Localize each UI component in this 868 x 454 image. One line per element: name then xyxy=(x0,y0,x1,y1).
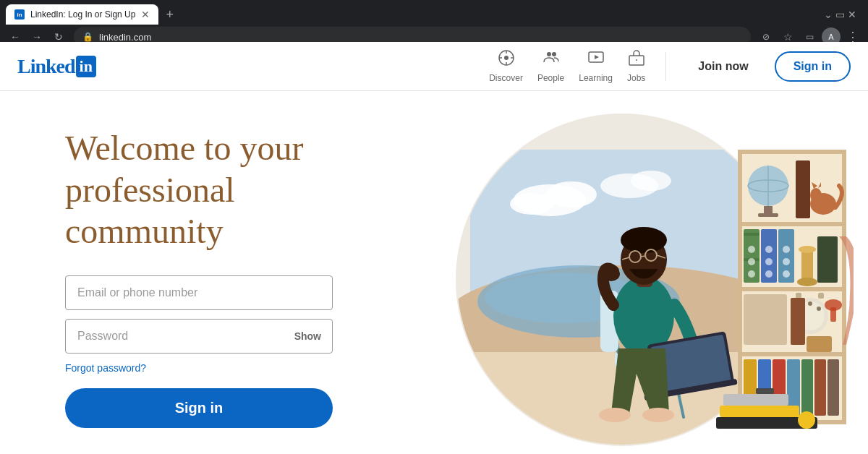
svg-point-76 xyxy=(783,246,790,253)
learning-icon xyxy=(587,49,605,70)
active-tab[interactable]: in LinkedIn: Log In or Sign Up ✕ xyxy=(6,4,158,25)
people-icon xyxy=(542,49,560,70)
nav-item-discover[interactable]: Discover xyxy=(489,49,523,83)
svg-point-1 xyxy=(504,56,509,60)
svg-rect-66 xyxy=(744,233,760,236)
svg-point-70 xyxy=(748,270,755,278)
page-content: Linkedin Discover People xyxy=(0,42,868,454)
svg-point-105 xyxy=(798,411,815,429)
nav-item-jobs[interactable]: Jobs xyxy=(627,49,645,83)
browser-chrome: in LinkedIn: Log In or Sign Up ✕ + ⌄ ▭ ✕… xyxy=(0,0,868,42)
svg-point-6 xyxy=(547,52,551,56)
svg-point-40 xyxy=(603,267,620,281)
tab-title: LinkedIn: Log In or Sign Up xyxy=(30,9,135,20)
lock-icon: 🔒 xyxy=(82,32,93,42)
svg-point-7 xyxy=(552,52,556,56)
svg-point-80 xyxy=(799,246,816,253)
svg-point-69 xyxy=(748,258,755,265)
svg-marker-9 xyxy=(595,55,599,59)
url-text: linkedin.com xyxy=(99,32,151,43)
svg-point-78 xyxy=(783,270,790,278)
welcome-title: Welcome to your professional community xyxy=(65,127,333,252)
svg-rect-101 xyxy=(827,359,839,416)
hero-illustration xyxy=(405,92,854,453)
svg-rect-51 xyxy=(738,352,846,356)
svg-rect-100 xyxy=(814,359,826,416)
svg-rect-99 xyxy=(801,359,813,416)
svg-rect-91 xyxy=(791,298,805,345)
email-input[interactable] xyxy=(65,275,333,310)
nav-item-learning[interactable]: Learning xyxy=(579,49,613,83)
jobs-label: Jobs xyxy=(627,73,645,83)
discover-icon xyxy=(498,49,515,70)
tab-bar: in LinkedIn: Log In or Sign Up ✕ + ⌄ ▭ ✕ xyxy=(0,0,868,25)
nav-divider xyxy=(665,52,666,81)
svg-point-74 xyxy=(765,270,773,278)
svg-point-68 xyxy=(748,246,755,253)
login-section: Welcome to your professional community S… xyxy=(0,91,391,454)
svg-rect-94 xyxy=(830,307,836,322)
logo-in-box: in xyxy=(76,56,96,77)
close-tab-button[interactable]: ✕ xyxy=(848,9,856,20)
site-header: Linkedin Discover People xyxy=(0,42,868,91)
minimize-tab-button[interactable]: ⌄ xyxy=(824,9,833,20)
svg-point-89 xyxy=(808,301,812,306)
svg-point-73 xyxy=(765,258,773,265)
svg-rect-60 xyxy=(796,160,810,218)
illustration-section xyxy=(391,91,868,454)
svg-point-45 xyxy=(599,408,631,422)
svg-rect-79 xyxy=(801,249,813,282)
svg-point-62 xyxy=(810,188,822,202)
linkedin-logo[interactable]: Linkedin xyxy=(17,55,96,78)
main-content: Welcome to your professional community S… xyxy=(0,91,868,454)
svg-rect-86 xyxy=(796,293,801,299)
svg-point-81 xyxy=(797,278,817,286)
svg-point-46 xyxy=(642,408,674,422)
svg-point-34 xyxy=(621,227,667,253)
show-password-button[interactable]: Show xyxy=(294,330,321,342)
svg-rect-106 xyxy=(756,388,774,394)
email-form-group xyxy=(65,275,333,310)
learning-label: Learning xyxy=(579,73,613,83)
svg-point-16 xyxy=(546,181,597,207)
tab-close-button[interactable]: ✕ xyxy=(141,9,150,20)
svg-rect-50 xyxy=(738,287,846,291)
password-form-group: Show xyxy=(65,319,333,354)
header-signin-button[interactable]: Sign in xyxy=(775,51,851,82)
nav-links: Discover People Learning J xyxy=(489,49,851,83)
svg-rect-103 xyxy=(720,406,799,417)
nav-item-people[interactable]: People xyxy=(537,49,564,83)
svg-rect-49 xyxy=(738,222,846,226)
logo-text: Linked xyxy=(17,55,75,78)
svg-rect-92 xyxy=(807,336,832,352)
forgot-password-link[interactable]: Forgot password? xyxy=(65,362,333,374)
svg-rect-48 xyxy=(738,150,846,154)
svg-point-77 xyxy=(783,258,790,265)
svg-point-72 xyxy=(765,246,773,253)
svg-rect-59 xyxy=(758,213,778,217)
password-input[interactable] xyxy=(65,319,333,354)
tab-favicon: in xyxy=(14,9,25,20)
svg-rect-83 xyxy=(744,294,787,345)
svg-rect-87 xyxy=(818,293,824,299)
svg-point-19 xyxy=(631,171,671,191)
signin-submit-button[interactable]: Sign in xyxy=(65,388,333,428)
jobs-icon xyxy=(628,49,645,70)
people-label: People xyxy=(537,73,564,83)
svg-point-90 xyxy=(817,307,821,311)
join-now-button[interactable]: Join now xyxy=(686,53,760,80)
svg-rect-53 xyxy=(738,150,742,424)
restore-tab-button[interactable]: ▭ xyxy=(835,9,845,20)
svg-rect-82 xyxy=(817,236,838,283)
new-tab-button[interactable]: + xyxy=(161,6,178,24)
svg-line-37 xyxy=(641,256,645,257)
discover-label: Discover xyxy=(489,73,523,83)
svg-point-17 xyxy=(510,193,553,215)
svg-rect-104 xyxy=(723,394,788,406)
svg-rect-58 xyxy=(764,206,773,213)
